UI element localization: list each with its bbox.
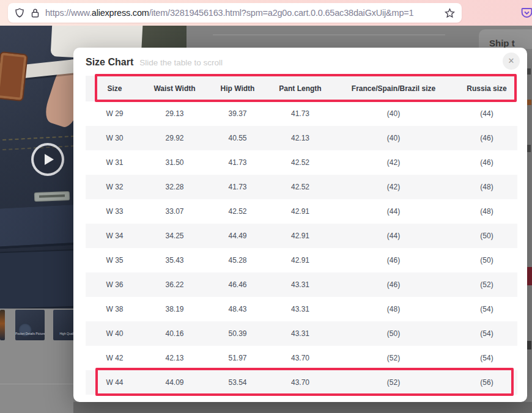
table-cell: W 29 [86,101,144,126]
table-cell: 41.73 [205,150,270,175]
table-row: W 3029.9240.5542.13(40)(46) [86,126,517,150]
table-cell: W 42 [86,346,144,370]
column-header: Hip Width [205,76,270,101]
size-table[interactable]: SizeWaist WidthHip WidthPant LengthFranc… [86,76,517,395]
table-cell: 51.97 [205,346,270,370]
table-cell: W 40 [86,321,144,346]
table-cell: 33.07 [144,199,205,224]
table-cell: (54) [456,346,517,370]
address-bar[interactable]: https://www.aliexpress.com/item/32819456… [8,3,462,23]
table-cell: 43.31 [270,297,331,321]
table-row: W 3232.2841.7342.52(42)(48) [86,175,517,199]
table-cell: (42) [331,175,456,199]
column-header: France/Spain/Brazil size [331,76,456,101]
column-header: Size [86,76,144,101]
table-row: W 3434.2544.4942.91(44)(50) [86,224,517,248]
column-header: Waist Width [144,76,205,101]
table-cell: 42.91 [270,199,331,224]
table-row: W 4040.1650.3943.31(50)(54) [86,321,517,346]
close-icon: ✕ [508,56,515,65]
table-row: W 3131.5041.7342.52(42)(46) [86,150,517,175]
table-cell: W 32 [86,175,144,199]
url-prefix: https://www. [45,8,92,18]
table-cell: 42.13 [270,126,331,150]
table-cell: 42.91 [270,248,331,272]
table-cell: (44) [331,224,456,248]
table-cell: 40.16 [144,321,205,346]
table-cell: 43.31 [270,321,331,346]
table-row: W 3838.1948.4343.31(48)(54) [86,297,517,321]
modal-title: Size Chart [86,57,133,68]
table-cell: 48.43 [205,297,270,321]
modal-subtitle: Slide the table to scroll [139,58,223,67]
url-domain: aliexpress.com [92,8,149,18]
table-cell: (50) [456,248,517,272]
table-row: W 3535.4345.2842.91(46)(50) [86,248,517,272]
url-path: /item/32819456163.html?spm=a2g0o.cart.0.… [149,8,414,18]
table-cell: 43.70 [270,346,331,370]
column-header: Pant Length [270,76,331,101]
connection-secure-lock-icon[interactable] [31,8,40,18]
size-chart-modal: Size Chart Slide the table to scroll ✕ S… [73,48,527,402]
bookmark-star-icon[interactable] [444,7,456,19]
browser-toolbar: https://www.aliexpress.com/item/32819456… [0,0,532,26]
table-cell: (48) [456,199,517,224]
modal-header: Size Chart Slide the table to scroll [86,57,223,68]
table-cell: (48) [331,297,456,321]
table-row: W 3636.2246.4643.31(46)(52) [86,272,517,297]
table-cell: W 34 [86,224,144,248]
table-cell: (52) [331,370,456,395]
table-cell: W 38 [86,297,144,321]
table-header-row: SizeWaist WidthHip WidthPant LengthFranc… [86,76,517,101]
table-cell: (40) [331,126,456,150]
table-cell: W 33 [86,199,144,224]
table-cell: 42.52 [205,199,270,224]
column-header: Russia size [456,76,517,101]
table-cell: 43.31 [270,272,331,297]
table-cell: (46) [331,272,456,297]
table-cell: 34.25 [144,224,205,248]
table-cell: (48) [456,175,517,199]
table-row: W 2929.1339.3741.73(40)(44) [86,101,517,126]
table-cell: 45.28 [205,248,270,272]
table-cell: 38.19 [144,297,205,321]
table-cell: 35.43 [144,248,205,272]
pocket-extension-icon[interactable] [520,6,532,22]
table-cell: (46) [456,126,517,150]
table-cell: 50.39 [205,321,270,346]
table-row: W 4444.0953.5443.70(52)(56) [86,370,517,395]
table-cell: 44.09 [144,370,205,395]
table-cell: (42) [331,150,456,175]
table-cell: 53.54 [205,370,270,395]
table-cell: W 44 [86,370,144,395]
table-cell: 39.37 [205,101,270,126]
table-cell: (54) [456,297,517,321]
table-cell: W 30 [86,126,144,150]
table-cell: (46) [456,150,517,175]
table-cell: 36.22 [144,272,205,297]
table-cell: 29.13 [144,101,205,126]
table-cell: 42.52 [270,175,331,199]
table-row: W 3333.0742.5242.91(44)(48) [86,199,517,224]
url-text: https://www.aliexpress.com/item/32819456… [45,8,436,18]
table-cell: W 36 [86,272,144,297]
table-cell: 42.52 [270,150,331,175]
table-cell: (52) [456,272,517,297]
table-cell: 42.13 [144,346,205,370]
table-cell: (44) [456,101,517,126]
tracking-protection-shield-icon[interactable] [14,7,25,18]
close-button[interactable]: ✕ [503,53,520,70]
table-body: W 2929.1339.3741.73(40)(44)W 3029.9240.5… [86,101,517,395]
table-cell: 42.91 [270,224,331,248]
table-cell: W 31 [86,150,144,175]
table-cell: 40.55 [205,126,270,150]
table-cell: (56) [456,370,517,395]
table-cell: 41.73 [270,101,331,126]
table-cell: W 35 [86,248,144,272]
table-cell: (54) [456,321,517,346]
table-cell: 44.49 [205,224,270,248]
table-cell: 41.73 [205,175,270,199]
table-cell: 31.50 [144,150,205,175]
table-cell: 29.92 [144,126,205,150]
table-row: W 4242.1351.9743.70(52)(54) [86,346,517,370]
